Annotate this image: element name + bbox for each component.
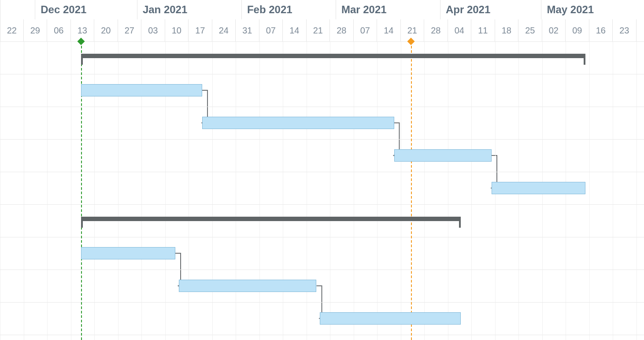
day-cell: 23 xyxy=(613,19,637,41)
grid-col-line xyxy=(613,41,613,340)
grid-col-line xyxy=(307,41,307,340)
grid-row-line xyxy=(0,335,644,335)
day-cell: 24 xyxy=(212,19,236,41)
day-cell: 18 xyxy=(495,19,519,41)
month-cell: Apr 2021 xyxy=(440,0,542,19)
day-cell: 13 xyxy=(71,19,95,41)
day-cell: 03 xyxy=(141,19,165,41)
day-cell: 25 xyxy=(518,19,542,41)
grid-col-line xyxy=(377,41,378,340)
summary-bar[interactable] xyxy=(81,54,585,58)
day-cell: 02 xyxy=(542,19,566,41)
grid-col-line xyxy=(283,41,283,340)
timeline-months-header: Dec 2021Jan 2021Feb 2021Mar 2021Apr 2021… xyxy=(0,0,644,19)
grid-col-line xyxy=(354,41,354,340)
gantt-chart[interactable]: Dec 2021Jan 2021Feb 2021Mar 2021Apr 2021… xyxy=(0,0,644,340)
month-cell-stub xyxy=(0,0,35,19)
grid-col-line xyxy=(589,41,590,340)
grid-col-line xyxy=(424,41,425,340)
day-cell: 14 xyxy=(377,19,401,41)
grid-col-line xyxy=(212,41,213,340)
day-cell: 31 xyxy=(236,19,259,41)
month-cell: Jan 2021 xyxy=(137,0,242,19)
month-cell: May 2021 xyxy=(541,0,644,19)
day-cell: 14 xyxy=(283,19,307,41)
grid-row-line xyxy=(0,139,644,140)
grid-col-line xyxy=(47,41,48,340)
grid-row-line xyxy=(0,172,644,172)
day-cell: 16 xyxy=(589,19,613,41)
grid-col-line xyxy=(71,41,71,340)
day-cell: 04 xyxy=(448,19,472,41)
grid-col-line xyxy=(471,41,472,340)
grid-col-line xyxy=(637,41,637,340)
task-bar[interactable] xyxy=(202,117,394,129)
day-cell: 20 xyxy=(94,19,118,41)
grid-col-line xyxy=(24,41,24,340)
day-cell: 06 xyxy=(47,19,71,41)
task-bar[interactable] xyxy=(81,84,202,96)
day-cell: 17 xyxy=(189,19,212,41)
day-cell: 22 xyxy=(0,19,24,41)
grid-row-line xyxy=(0,74,644,74)
grid-col-line xyxy=(236,41,236,340)
task-bar[interactable] xyxy=(179,280,317,292)
month-cell: Dec 2021 xyxy=(35,0,137,19)
grid-col-line xyxy=(448,41,448,340)
grid-col-line xyxy=(0,41,0,340)
grid-row-line xyxy=(0,204,644,205)
day-cell: 10 xyxy=(165,19,189,41)
timeline-days-header: 2229061320270310172431071421280714212804… xyxy=(0,19,644,41)
day-cell: 07 xyxy=(354,19,378,41)
grid-col-line xyxy=(330,41,330,340)
day-cell: 11 xyxy=(471,19,495,41)
task-bar[interactable] xyxy=(320,312,461,325)
day-cell: 28 xyxy=(330,19,354,41)
day-cell: 27 xyxy=(118,19,142,41)
day-cell: 28 xyxy=(424,19,448,41)
grid-row-line xyxy=(0,270,644,270)
gantt-body[interactable] xyxy=(0,41,644,340)
day-cell: 07 xyxy=(259,19,283,41)
grid-row-line xyxy=(0,302,644,303)
grid-row-line xyxy=(0,237,644,237)
grid-col-line xyxy=(401,41,401,340)
day-cell: 09 xyxy=(566,19,589,41)
month-cell: Mar 2021 xyxy=(336,0,440,19)
day-cell: 21 xyxy=(401,19,425,41)
month-cell: Feb 2021 xyxy=(242,0,336,19)
task-bar[interactable] xyxy=(81,247,175,259)
day-cell: 21 xyxy=(307,19,330,41)
orange-marker-line xyxy=(411,41,412,340)
task-bar[interactable] xyxy=(492,182,585,194)
day-cell: 29 xyxy=(24,19,48,41)
grid-row-line xyxy=(0,107,644,107)
task-bar[interactable] xyxy=(394,149,492,162)
grid-row-line xyxy=(0,41,644,42)
summary-bar[interactable] xyxy=(81,217,461,221)
grid-col-line xyxy=(259,41,260,340)
